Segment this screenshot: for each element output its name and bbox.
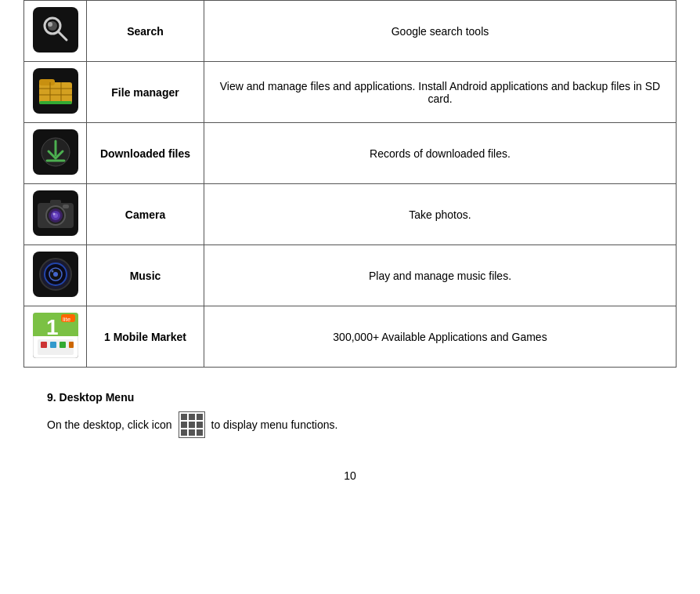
search-icon xyxy=(33,7,78,53)
download-label: Downloaded files xyxy=(87,123,204,184)
section9-body-before: On the desktop, click icon xyxy=(47,416,172,433)
svg-rect-39 xyxy=(41,342,47,348)
table-row: Search Google search tools xyxy=(24,1,677,62)
camera-label: Camera xyxy=(87,184,204,245)
page-number: 10 xyxy=(23,469,677,482)
download-desc: Records of downloaded files. xyxy=(204,123,677,184)
music-desc: Play and manage music files. xyxy=(204,245,677,306)
search-label: Search xyxy=(87,1,204,62)
svg-rect-24 xyxy=(50,200,61,205)
music-label: Music xyxy=(87,245,204,306)
grid-cell xyxy=(197,414,203,420)
market-icon-cell: 1 lite xyxy=(24,306,87,368)
svg-rect-0 xyxy=(33,7,78,53)
svg-text:lite: lite xyxy=(63,316,71,323)
camera-icon-cell xyxy=(24,184,87,245)
music-icon xyxy=(33,252,78,297)
table-row: File manager View and manage files and a… xyxy=(24,62,677,123)
grid-cell xyxy=(181,414,187,420)
section9-body-after: to display menu functions. xyxy=(211,416,338,433)
svg-rect-12 xyxy=(39,101,72,104)
file-manager-icon xyxy=(33,68,78,114)
section9-title: 9. Desktop Menu xyxy=(47,391,653,404)
table-row: Camera Take photos. xyxy=(24,184,677,245)
svg-rect-40 xyxy=(50,342,56,348)
svg-point-4 xyxy=(48,22,52,27)
file-manager-icon-cell xyxy=(24,62,87,123)
download-icon xyxy=(33,129,78,175)
search-icon-cell xyxy=(24,1,87,62)
camera-desc: Take photos. xyxy=(204,184,677,245)
table-row: 1 lite 1 Mobile Market 300,000+ Availabl… xyxy=(24,306,677,368)
section9-body: On the desktop, click icon to display me… xyxy=(47,411,653,438)
svg-rect-42 xyxy=(69,342,74,348)
grid-cell xyxy=(181,422,187,428)
svg-rect-25 xyxy=(63,205,69,208)
camera-icon xyxy=(33,190,78,236)
features-table: Search Google search tools xyxy=(23,0,677,368)
grid-cell xyxy=(181,429,187,436)
file-manager-desc: View and manage files and applications. … xyxy=(204,62,677,123)
svg-text:1: 1 xyxy=(46,315,59,339)
grid-cell xyxy=(189,422,195,428)
grid-cell xyxy=(197,429,203,436)
file-manager-label: File manager xyxy=(87,62,204,123)
grid-cell xyxy=(189,429,195,436)
download-icon-cell xyxy=(24,123,87,184)
music-icon-cell xyxy=(24,245,87,306)
table-row: Downloaded files Records of downloaded f… xyxy=(24,123,677,184)
grid-menu-icon xyxy=(179,411,205,438)
svg-rect-6 xyxy=(39,82,72,104)
grid-cell xyxy=(189,414,195,420)
market-desc: 300,000+ Available Applications and Game… xyxy=(204,306,677,368)
svg-point-31 xyxy=(51,270,53,273)
market-label: 1 Mobile Market xyxy=(87,306,204,368)
svg-point-23 xyxy=(52,213,55,216)
search-desc: Google search tools xyxy=(204,1,677,62)
market-icon: 1 lite xyxy=(33,313,78,358)
svg-rect-41 xyxy=(60,342,66,348)
svg-point-30 xyxy=(53,272,58,277)
table-row: Music Play and manage music files. xyxy=(24,245,677,306)
svg-rect-7 xyxy=(39,79,55,85)
grid-cell xyxy=(197,422,203,428)
